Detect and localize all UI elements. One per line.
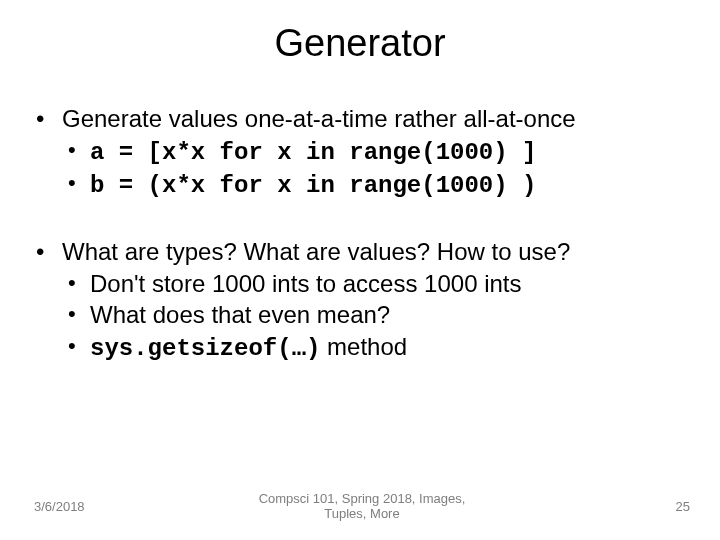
footer-date: 3/6/2018 bbox=[34, 499, 114, 514]
sub-item: b = (x*x for x in range(1000) ) bbox=[62, 168, 690, 202]
bullet-text: Don't store 1000 ints to access 1000 int… bbox=[90, 270, 522, 297]
bullet-text: method bbox=[320, 333, 407, 360]
bullet-item: Generate values one-at-a-time rather all… bbox=[30, 103, 690, 202]
bullet-text: What does that even mean? bbox=[90, 301, 390, 328]
footer-line1: Compsci 101, Spring 2018, Images, bbox=[259, 491, 466, 506]
slide-content: Generate values one-at-a-time rather all… bbox=[0, 73, 720, 365]
footer: 3/6/2018 Compsci 101, Spring 2018, Image… bbox=[0, 491, 720, 522]
footer-center: Compsci 101, Spring 2018, Images, Tuples… bbox=[114, 491, 610, 522]
bullet-list: Generate values one-at-a-time rather all… bbox=[30, 103, 690, 202]
slide-title: Generator bbox=[0, 0, 720, 73]
code-text: a = [x*x for x in range(1000) ] bbox=[90, 139, 536, 166]
code-text: sys.getsizeof(…) bbox=[90, 335, 320, 362]
bullet-text: What are types? What are values? How to … bbox=[62, 238, 570, 265]
slide: Generator Generate values one-at-a-time … bbox=[0, 0, 720, 540]
sub-item: Don't store 1000 ints to access 1000 int… bbox=[62, 268, 690, 300]
bullet-item: What are types? What are values? How to … bbox=[30, 236, 690, 365]
footer-line2: Tuples, More bbox=[324, 506, 399, 521]
footer-page-number: 25 bbox=[610, 499, 690, 514]
sub-item: a = [x*x for x in range(1000) ] bbox=[62, 135, 690, 169]
code-text: b = (x*x for x in range(1000) ) bbox=[90, 172, 536, 199]
spacer bbox=[30, 204, 690, 236]
sub-item: What does that even mean? bbox=[62, 299, 690, 331]
bullet-text: Generate values one-at-a-time rather all… bbox=[62, 105, 576, 132]
sub-list: Don't store 1000 ints to access 1000 int… bbox=[62, 268, 690, 365]
sub-list: a = [x*x for x in range(1000) ] b = (x*x… bbox=[62, 135, 690, 202]
bullet-list: What are types? What are values? How to … bbox=[30, 236, 690, 365]
sub-item: sys.getsizeof(…) method bbox=[62, 331, 690, 365]
